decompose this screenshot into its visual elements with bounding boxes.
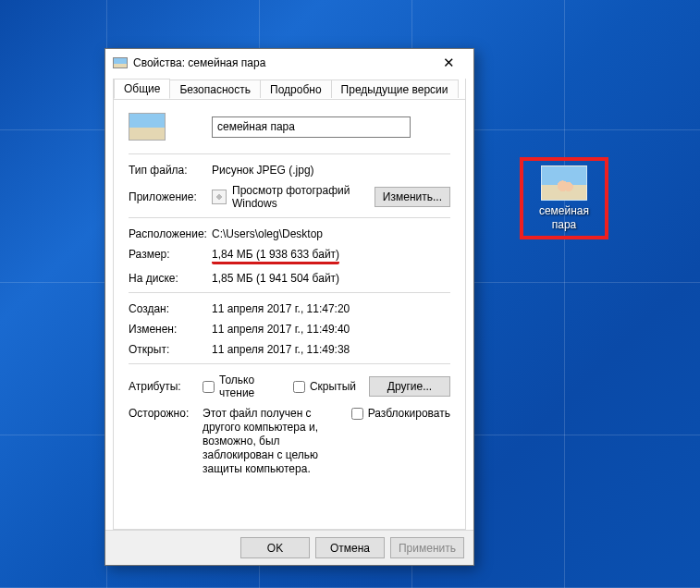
label-location: Расположение: bbox=[129, 227, 212, 240]
value-app: Просмотр фотографий Windows bbox=[232, 184, 369, 210]
label-accessed: Открыт: bbox=[129, 343, 212, 356]
value-size-on-disk: 1,85 МБ (1 941 504 байт) bbox=[212, 272, 450, 285]
cancel-button[interactable]: Отмена bbox=[315, 537, 385, 558]
label-file-type: Тип файла: bbox=[129, 164, 212, 177]
label-caution: Осторожно: bbox=[129, 407, 203, 420]
value-modified: 11 апреля 2017 г., 11:49:40 bbox=[212, 323, 450, 336]
desktop-file-icon[interactable]: семейная пара bbox=[520, 157, 608, 239]
label-size-on-disk: На диске: bbox=[129, 272, 212, 285]
change-app-button[interactable]: Изменить... bbox=[375, 187, 450, 207]
close-button[interactable]: ✕ bbox=[431, 55, 466, 71]
value-accessed: 11 апреля 2017 г., 11:49:38 bbox=[212, 343, 450, 356]
tab-details[interactable]: Подробно bbox=[260, 80, 332, 98]
caution-text: Этот файл получен с другого компьютера и… bbox=[203, 407, 344, 476]
tab-previous-versions[interactable]: Предыдущие версии bbox=[331, 80, 459, 98]
tab-general-content: Тип файла: Рисунок JPEG (.jpg) Приложени… bbox=[114, 99, 465, 529]
apply-button[interactable]: Применить bbox=[390, 537, 464, 558]
label-modified: Изменен: bbox=[129, 323, 212, 336]
checkbox-unblock[interactable]: Разблокировать bbox=[351, 407, 450, 420]
ok-button[interactable]: OK bbox=[240, 537, 310, 558]
file-thumbnail-icon bbox=[541, 165, 587, 201]
titlebar-image-icon bbox=[113, 57, 128, 68]
file-preview-icon bbox=[129, 113, 166, 141]
value-file-type: Рисунок JPEG (.jpg) bbox=[212, 164, 450, 177]
tab-general[interactable]: Общие bbox=[114, 79, 170, 99]
value-size: 1,84 МБ (1 938 633 байт) bbox=[212, 248, 339, 264]
checkbox-hidden[interactable]: Скрытый bbox=[293, 380, 356, 393]
value-location: C:\Users\oleg\Desktop bbox=[212, 227, 450, 240]
label-app: Приложение: bbox=[129, 190, 212, 203]
attributes-other-button[interactable]: Другие... bbox=[369, 376, 450, 397]
value-created: 11 апреля 2017 г., 11:47:20 bbox=[212, 302, 450, 315]
dialog-button-row: OK Отмена Применить bbox=[105, 530, 473, 565]
tab-strip: Общие Безопасность Подробно Предыдущие в… bbox=[114, 78, 465, 99]
label-created: Создан: bbox=[129, 302, 212, 315]
label-attributes: Атрибуты: bbox=[129, 380, 203, 393]
titlebar[interactable]: Свойства: семейная пара ✕ bbox=[105, 49, 473, 77]
desktop-icon-label: семейная пара bbox=[526, 204, 602, 232]
checkbox-readonly[interactable]: Только чтение bbox=[203, 374, 280, 399]
window-title: Свойства: семейная пара bbox=[133, 56, 431, 69]
label-size: Размер: bbox=[129, 248, 212, 261]
properties-dialog: Свойства: семейная пара ✕ Общие Безопасн… bbox=[104, 48, 474, 566]
photo-viewer-icon bbox=[212, 190, 227, 204]
filename-input[interactable] bbox=[212, 116, 411, 138]
tab-security[interactable]: Безопасность bbox=[169, 80, 261, 98]
